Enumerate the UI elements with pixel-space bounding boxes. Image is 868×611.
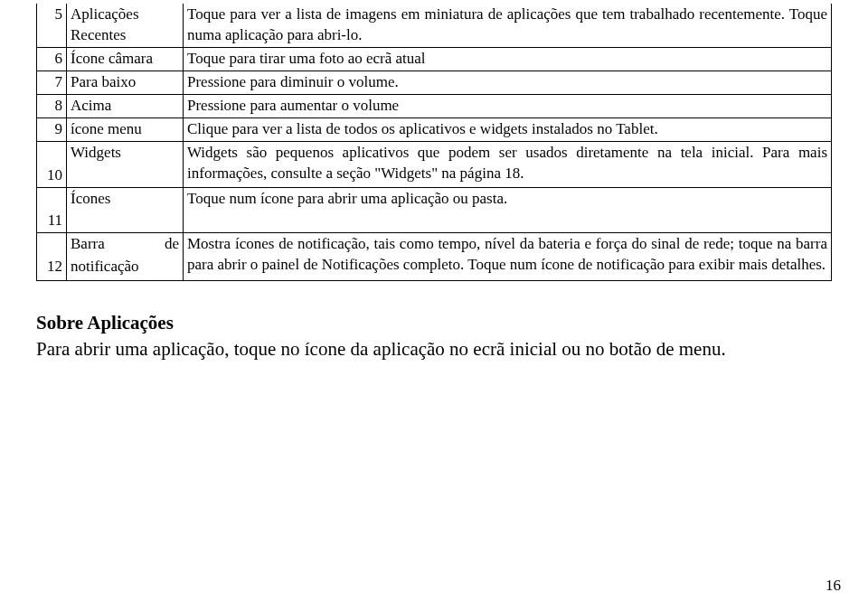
row-label: Para baixo <box>67 70 184 94</box>
table-row: 7 Para baixo Pressione para diminuir o v… <box>37 70 832 94</box>
row-number-blank <box>37 141 67 164</box>
row-desc: Pressione para aumentar o volume <box>184 94 832 118</box>
row-number: 5 <box>37 4 67 47</box>
row-label: Ícone câmara <box>67 47 184 70</box>
row-label: Widgets <box>67 141 184 164</box>
section-body: Para abrir uma aplicação, toque no ícone… <box>36 336 832 362</box>
row-desc: Mostra ícones de notificação, tais como … <box>184 233 832 281</box>
about-apps-section: Sobre Aplicações Para abrir uma aplicaçã… <box>36 310 832 362</box>
row-label: Ícones <box>67 187 184 210</box>
section-title: Sobre Aplicações <box>36 310 832 335</box>
table-row: 6 Ícone câmara Toque para tirar uma foto… <box>37 47 832 70</box>
row-number: 11 <box>37 210 67 232</box>
row-number: 8 <box>37 94 67 118</box>
row-label: ícone menu <box>67 118 184 141</box>
row12-label-de: de <box>165 235 179 252</box>
row-label: Aplicações Recentes <box>67 4 184 47</box>
row-label-blank <box>67 278 184 281</box>
row-label: Acima <box>67 94 184 118</box>
row-label: Barra de <box>67 233 184 256</box>
row-number: 6 <box>37 47 67 70</box>
row12-label-line1: Barra <box>71 235 105 252</box>
row-number-blank <box>37 187 67 210</box>
table-row: 9 ícone menu Clique para ver a lista de … <box>37 118 832 141</box>
row-number: 12 <box>37 256 67 278</box>
row-number: 7 <box>37 70 67 94</box>
features-table: 5 Aplicações Recentes Toque para ver a l… <box>36 4 832 281</box>
row-number: 9 <box>37 118 67 141</box>
row-number: 10 <box>37 164 67 187</box>
page-number: 16 <box>826 577 841 595</box>
table-row: Ícones Toque num ícone para abrir uma ap… <box>37 187 832 210</box>
row-label: notificação <box>67 256 184 278</box>
table-row: Barra de Mostra ícones de notificação, t… <box>37 233 832 256</box>
page: 5 Aplicações Recentes Toque para ver a l… <box>18 0 850 362</box>
row-desc: Toque num ícone para abrir uma aplicação… <box>184 187 832 233</box>
row-desc: Toque para ver a lista de imagens em min… <box>184 4 832 47</box>
row-desc: Clique para ver a lista de todos os apli… <box>184 118 832 141</box>
row-desc: Widgets são pequenos aplicativos que pod… <box>184 141 832 187</box>
row-desc: Toque para tirar uma foto ao ecrã atual <box>184 47 832 70</box>
table-row: Widgets Widgets são pequenos aplicativos… <box>37 141 832 164</box>
row-number-blank <box>37 233 67 256</box>
row-label-blank <box>67 210 184 232</box>
row-desc: Pressione para diminuir o volume. <box>184 70 832 94</box>
row-number-blank <box>37 278 67 281</box>
row-label-blank <box>67 164 184 187</box>
table-row: 8 Acima Pressione para aumentar o volume <box>37 94 832 118</box>
